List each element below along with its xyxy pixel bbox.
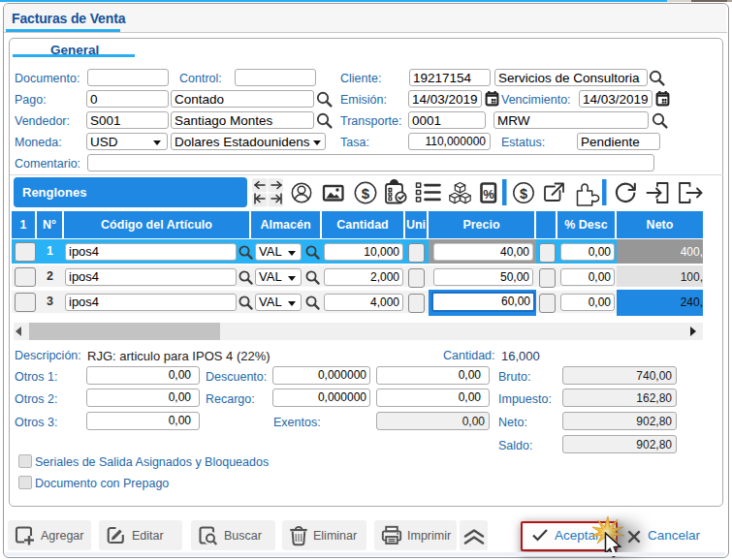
svg-text:$: $ bbox=[362, 185, 370, 202]
svg-text:%: % bbox=[483, 187, 494, 202]
svg-text:$: $ bbox=[520, 186, 527, 202]
